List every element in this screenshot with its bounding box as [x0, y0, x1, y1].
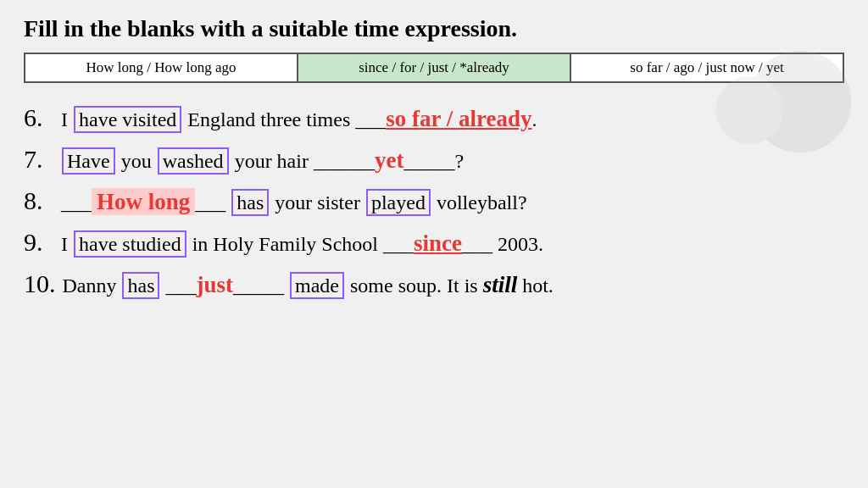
- header-col2: since / for / just / *already: [298, 54, 571, 81]
- answer-7: yet: [375, 147, 403, 173]
- answer-10: just: [196, 272, 233, 297]
- answer-9: since: [414, 230, 462, 256]
- answer-8: How long: [92, 188, 195, 215]
- num-9: 9.: [24, 223, 54, 261]
- answer-6: so far / already: [386, 106, 531, 131]
- header-col1: How long / How long ago: [25, 54, 298, 81]
- sentence-8-text: ___How long___ has your sister played vo…: [61, 185, 527, 219]
- num-7: 7.: [24, 140, 54, 178]
- header-row: How long / How long ago since / for / ju…: [24, 53, 844, 83]
- box-has-8: has: [231, 189, 269, 216]
- box-washed: washed: [158, 147, 229, 175]
- sentence-7: 7. Have you washed your hair ______yet__…: [24, 140, 844, 178]
- page-title: Fill in the blanks with a suitable time …: [24, 15, 844, 42]
- num-6: 6.: [24, 98, 54, 136]
- box-made: made: [290, 272, 344, 299]
- box-have-visited: have visited: [74, 106, 181, 133]
- box-have-7: Have: [62, 147, 115, 175]
- sentence-7-text: Have you washed your hair ______yet_____…: [61, 143, 464, 178]
- answer-10-still: still: [483, 272, 518, 297]
- box-played: played: [366, 189, 431, 216]
- sentence-6-text: I have visited England three times ___so…: [61, 102, 537, 136]
- page: Fill in the blanks with a suitable time …: [0, 0, 868, 488]
- box-have-studied: have studied: [74, 230, 186, 258]
- sentence-10: 10. Danny has ___just_____ made some sou…: [24, 264, 844, 302]
- num-10: 10.: [24, 264, 56, 302]
- sentence-9: 9. I have studied in Holy Family School …: [24, 223, 844, 261]
- sentence-8: 8. ___How long___ has your sister played…: [24, 181, 844, 219]
- num-8: 8.: [24, 181, 54, 219]
- sentence-9-text: I have studied in Holy Family School ___…: [61, 226, 543, 261]
- box-has-10: has: [122, 272, 159, 299]
- sentence-10-text: Danny has ___just_____ made some soup. I…: [63, 268, 554, 302]
